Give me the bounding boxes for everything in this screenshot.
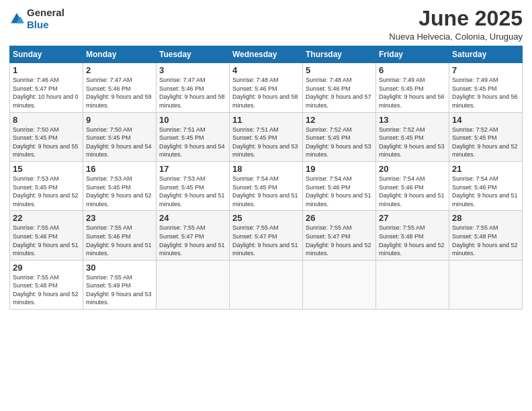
table-row: 7 Sunrise: 7:49 AMSunset: 5:45 PMDayligh… <box>449 63 523 112</box>
table-row <box>449 260 523 309</box>
table-row: 22 Sunrise: 7:55 AMSunset: 5:46 PMDaylig… <box>10 211 83 260</box>
table-row <box>303 260 376 309</box>
calendar-table: Sunday Monday Tuesday Wednesday Thursday… <box>9 46 523 310</box>
day-info: Sunrise: 7:55 AMSunset: 5:48 PMDaylight:… <box>379 224 445 257</box>
table-row: 10 Sunrise: 7:51 AMSunset: 5:45 PMDaylig… <box>157 112 230 161</box>
day-number: 19 <box>306 164 373 174</box>
day-number: 12 <box>306 115 373 125</box>
day-number: 24 <box>159 213 226 223</box>
calendar-week-row: 8 Sunrise: 7:50 AMSunset: 5:45 PMDayligh… <box>10 112 523 161</box>
day-number: 9 <box>86 115 153 125</box>
col-sunday: Sunday <box>10 46 83 63</box>
day-number: 6 <box>379 65 446 75</box>
table-row: 23 Sunrise: 7:55 AMSunset: 5:46 PMDaylig… <box>83 211 157 260</box>
day-info: Sunrise: 7:49 AMSunset: 5:45 PMDaylight:… <box>379 77 445 109</box>
day-info: Sunrise: 7:55 AMSunset: 5:48 PMDaylight:… <box>452 224 518 257</box>
table-row: 13 Sunrise: 7:52 AMSunset: 5:45 PMDaylig… <box>376 112 449 161</box>
day-info: Sunrise: 7:55 AMSunset: 5:46 PMDaylight:… <box>13 224 79 257</box>
table-row: 3 Sunrise: 7:47 AMSunset: 5:46 PMDayligh… <box>157 63 230 112</box>
table-row: 18 Sunrise: 7:54 AMSunset: 5:45 PMDaylig… <box>230 161 303 210</box>
table-row: 20 Sunrise: 7:54 AMSunset: 5:46 PMDaylig… <box>376 161 449 210</box>
table-row <box>157 260 230 309</box>
table-row: 21 Sunrise: 7:54 AMSunset: 5:46 PMDaylig… <box>449 161 523 210</box>
day-number: 14 <box>452 115 519 125</box>
day-number: 21 <box>452 164 519 174</box>
day-number: 11 <box>232 115 300 125</box>
day-info: Sunrise: 7:54 AMSunset: 5:46 PMDaylight:… <box>452 175 518 208</box>
table-row: 17 Sunrise: 7:53 AMSunset: 5:45 PMDaylig… <box>157 161 230 210</box>
logo-blue: Blue <box>27 19 49 30</box>
day-info: Sunrise: 7:55 AMSunset: 5:46 PMDaylight:… <box>86 224 152 257</box>
table-row: 26 Sunrise: 7:55 AMSunset: 5:47 PMDaylig… <box>303 211 376 260</box>
day-number: 16 <box>86 164 153 174</box>
day-number: 17 <box>159 164 226 174</box>
logo: General Blue <box>9 7 64 31</box>
table-row: 1 Sunrise: 7:46 AMSunset: 5:47 PMDayligh… <box>10 63 83 112</box>
logo-general: General <box>27 7 64 18</box>
col-wednesday: Wednesday <box>230 46 303 63</box>
day-info: Sunrise: 7:47 AMSunset: 5:46 PMDaylight:… <box>86 77 152 109</box>
day-number: 2 <box>86 65 153 75</box>
col-tuesday: Tuesday <box>157 46 230 63</box>
title-block: June 2025 Nueva Helvecia, Colonia, Urugu… <box>389 7 523 42</box>
day-number: 20 <box>379 164 446 174</box>
col-friday: Friday <box>376 46 449 63</box>
calendar-week-row: 15 Sunrise: 7:53 AMSunset: 5:45 PMDaylig… <box>10 161 523 210</box>
day-number: 30 <box>86 263 153 273</box>
calendar-week-row: 22 Sunrise: 7:55 AMSunset: 5:46 PMDaylig… <box>10 211 523 260</box>
table-row: 30 Sunrise: 7:55 AMSunset: 5:49 PMDaylig… <box>83 260 157 309</box>
calendar-week-row: 29 Sunrise: 7:55 AMSunset: 5:48 PMDaylig… <box>10 260 523 309</box>
day-number: 4 <box>232 65 300 75</box>
day-info: Sunrise: 7:47 AMSunset: 5:46 PMDaylight:… <box>159 77 225 109</box>
day-info: Sunrise: 7:54 AMSunset: 5:46 PMDaylight:… <box>306 175 371 208</box>
day-number: 1 <box>13 65 80 75</box>
day-info: Sunrise: 7:53 AMSunset: 5:45 PMDaylight:… <box>159 175 225 208</box>
day-info: Sunrise: 7:50 AMSunset: 5:45 PMDaylight:… <box>86 126 152 158</box>
day-info: Sunrise: 7:55 AMSunset: 5:47 PMDaylight:… <box>232 224 298 257</box>
table-row: 29 Sunrise: 7:55 AMSunset: 5:48 PMDaylig… <box>10 260 83 309</box>
table-row: 2 Sunrise: 7:47 AMSunset: 5:46 PMDayligh… <box>83 63 157 112</box>
day-number: 10 <box>159 115 226 125</box>
day-number: 3 <box>159 65 226 75</box>
table-row: 25 Sunrise: 7:55 AMSunset: 5:47 PMDaylig… <box>230 211 303 260</box>
day-number: 7 <box>452 65 519 75</box>
col-monday: Monday <box>83 46 157 63</box>
table-row: 9 Sunrise: 7:50 AMSunset: 5:45 PMDayligh… <box>83 112 157 161</box>
logo-icon <box>9 11 24 26</box>
day-info: Sunrise: 7:55 AMSunset: 5:47 PMDaylight:… <box>306 224 371 257</box>
day-info: Sunrise: 7:55 AMSunset: 5:49 PMDaylight:… <box>86 274 152 306</box>
table-row: 5 Sunrise: 7:48 AMSunset: 5:46 PMDayligh… <box>303 63 376 112</box>
table-row: 12 Sunrise: 7:52 AMSunset: 5:45 PMDaylig… <box>303 112 376 161</box>
calendar-week-row: 1 Sunrise: 7:46 AMSunset: 5:47 PMDayligh… <box>10 63 523 112</box>
day-number: 8 <box>13 115 80 125</box>
location: Nueva Helvecia, Colonia, Uruguay <box>389 32 523 42</box>
day-info: Sunrise: 7:46 AMSunset: 5:47 PMDaylight:… <box>13 77 79 109</box>
col-saturday: Saturday <box>449 46 523 63</box>
page: General Blue June 2025 Nueva Helvecia, C… <box>0 0 532 411</box>
day-info: Sunrise: 7:55 AMSunset: 5:48 PMDaylight:… <box>13 274 79 306</box>
calendar-header-row: Sunday Monday Tuesday Wednesday Thursday… <box>10 46 523 63</box>
col-thursday: Thursday <box>303 46 376 63</box>
table-row: 28 Sunrise: 7:55 AMSunset: 5:48 PMDaylig… <box>449 211 523 260</box>
month-title: June 2025 <box>389 7 523 30</box>
table-row: 6 Sunrise: 7:49 AMSunset: 5:45 PMDayligh… <box>376 63 449 112</box>
day-info: Sunrise: 7:54 AMSunset: 5:45 PMDaylight:… <box>232 175 298 208</box>
day-info: Sunrise: 7:52 AMSunset: 5:45 PMDaylight:… <box>452 126 518 158</box>
table-row: 4 Sunrise: 7:48 AMSunset: 5:46 PMDayligh… <box>230 63 303 112</box>
day-info: Sunrise: 7:52 AMSunset: 5:45 PMDaylight:… <box>379 126 445 158</box>
day-info: Sunrise: 7:50 AMSunset: 5:45 PMDaylight:… <box>13 126 79 158</box>
day-number: 28 <box>452 213 519 223</box>
day-number: 26 <box>306 213 373 223</box>
day-number: 22 <box>13 213 80 223</box>
table-row: 15 Sunrise: 7:53 AMSunset: 5:45 PMDaylig… <box>10 161 83 210</box>
day-number: 5 <box>306 65 373 75</box>
day-number: 13 <box>379 115 446 125</box>
day-number: 25 <box>232 213 300 223</box>
table-row: 11 Sunrise: 7:51 AMSunset: 5:45 PMDaylig… <box>230 112 303 161</box>
logo-text: General Blue <box>27 7 64 31</box>
day-info: Sunrise: 7:54 AMSunset: 5:46 PMDaylight:… <box>379 175 445 208</box>
day-info: Sunrise: 7:48 AMSunset: 5:46 PMDaylight:… <box>232 77 298 109</box>
day-number: 29 <box>13 263 80 273</box>
table-row: 27 Sunrise: 7:55 AMSunset: 5:48 PMDaylig… <box>376 211 449 260</box>
day-info: Sunrise: 7:48 AMSunset: 5:46 PMDaylight:… <box>306 77 371 109</box>
